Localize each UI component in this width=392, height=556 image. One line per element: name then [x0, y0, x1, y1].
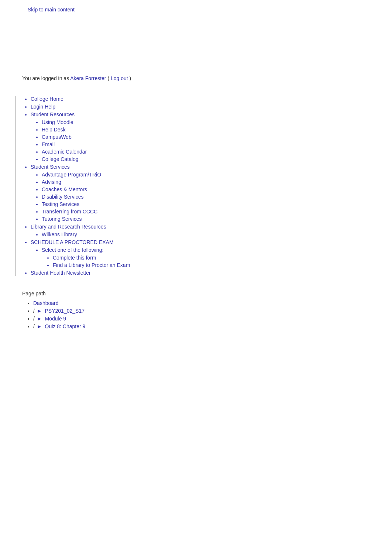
student-services-submenu: Advantage Program/TRiO Advising Coaches … [31, 172, 392, 222]
wilkens-library-link[interactable]: Wilkens Library [42, 231, 77, 237]
nav-item-help-desk: Help Desk [42, 127, 392, 133]
tutoring-services-link[interactable]: Tutoring Services [42, 216, 82, 222]
nav-item-college-home: College Home [31, 96, 392, 102]
nav-item-library: Library and Research Resources Wilkens L… [31, 224, 392, 237]
using-moodle-link[interactable]: Using Moodle [42, 119, 73, 125]
select-following-submenu: Complete this form Find a Library to Pro… [42, 255, 392, 268]
main-navigation: College Home Login Help Student Resource… [15, 96, 392, 276]
nav-item-tutoring-services: Tutoring Services [42, 216, 392, 222]
paren-open: ( [107, 75, 109, 81]
nav-item-testing-services: Testing Services [42, 201, 392, 207]
nav-item-schedule-exam: SCHEDULE A PROCTORED EXAM Select one of … [31, 239, 392, 268]
nav-item-complete-form: Complete this form [53, 255, 392, 261]
library-submenu: Wilkens Library [31, 231, 392, 237]
coaches-mentors-link[interactable]: Coaches & Mentors [42, 186, 87, 192]
testing-services-link[interactable]: Testing Services [42, 201, 79, 207]
complete-form-link[interactable]: Complete this form [53, 255, 96, 261]
nav-item-student-resources: Student Resources Using Moodle Help Desk… [31, 111, 392, 162]
nav-item-login-help: Login Help [31, 104, 392, 110]
select-following-link[interactable]: Select one of the following: [42, 247, 103, 253]
login-help-link[interactable]: Login Help [31, 104, 55, 110]
library-link[interactable]: Library and Research Resources [31, 224, 106, 230]
nav-item-coaches-mentors: Coaches & Mentors [42, 186, 392, 192]
module9-link[interactable]: Module 9 [45, 316, 66, 322]
email-link[interactable]: Email [42, 141, 55, 147]
nav-item-select-following: Select one of the following: Complete th… [42, 247, 392, 268]
path-separator-1: / [33, 308, 36, 314]
nav-item-academic-calendar: Academic Calendar [42, 149, 392, 155]
page-path-quiz8: / ► Quiz 8: Chapter 9 [33, 323, 392, 329]
help-desk-link[interactable]: Help Desk [42, 127, 66, 133]
path-separator-3: / [33, 323, 36, 329]
advising-link[interactable]: Advising [42, 179, 61, 185]
find-library-proctor-link[interactable]: Find a Library to Proctor an Exam [53, 262, 130, 268]
student-resources-link[interactable]: Student Resources [31, 111, 75, 117]
campusweb-link[interactable]: CampusWeb [42, 134, 72, 140]
schedule-exam-link[interactable]: SCHEDULE A PROCTORED EXAM [31, 239, 114, 245]
arrow-3: ► [37, 323, 42, 329]
arrow-2: ► [37, 316, 42, 322]
nav-item-student-services: Student Services Advantage Program/TRiO … [31, 164, 392, 222]
nav-item-email: Email [42, 141, 392, 147]
disability-services-link[interactable]: Disability Services [42, 194, 84, 200]
paren-close: ) [130, 75, 131, 81]
user-name-link[interactable]: Akera Forrester [70, 75, 106, 81]
page-path-dashboard: Dashboard [33, 300, 392, 306]
page-path-section: Page path Dashboard / ► PSY201_02_S17 / … [22, 291, 392, 329]
psy201-link[interactable]: PSY201_02_S17 [45, 308, 85, 314]
student-health-newsletter-link[interactable]: Student Health Newsletter [31, 270, 91, 276]
transferring-link[interactable]: Transferring from CCCC [42, 209, 97, 214]
logout-link[interactable]: Log out [111, 75, 128, 81]
nav-item-disability-services: Disability Services [42, 194, 392, 200]
page-path-psy201: / ► PSY201_02_S17 [33, 308, 392, 314]
page-path-heading: Page path [22, 291, 392, 296]
student-resources-submenu: Using Moodle Help Desk CampusWeb Email A… [31, 119, 392, 162]
nav-item-campusweb: CampusWeb [42, 134, 392, 140]
nav-level1-list: College Home Login Help Student Resource… [23, 96, 392, 276]
student-services-link[interactable]: Student Services [31, 164, 70, 170]
arrow-1: ► [37, 308, 42, 314]
page-path-module9: / ► Module 9 [33, 316, 392, 322]
quiz8-link[interactable]: Quiz 8: Chapter 9 [45, 323, 86, 329]
page-path-list: Dashboard / ► PSY201_02_S17 / ► Module 9… [22, 300, 392, 329]
logged-in-prefix: You are logged in as [22, 75, 69, 81]
nav-item-advantage-program: Advantage Program/TRiO [42, 172, 392, 178]
college-home-link[interactable]: College Home [31, 96, 63, 102]
path-separator-2: / [33, 316, 36, 322]
nav-item-using-moodle: Using Moodle [42, 119, 392, 125]
nav-item-student-health-newsletter: Student Health Newsletter [31, 270, 392, 276]
nav-item-find-library-proctor: Find a Library to Proctor an Exam [53, 262, 392, 268]
nav-item-college-catalog: College Catalog [42, 156, 392, 162]
nav-item-transferring: Transferring from CCCC [42, 209, 392, 214]
schedule-exam-submenu: Select one of the following: Complete th… [31, 247, 392, 268]
academic-calendar-link[interactable]: Academic Calendar [42, 149, 87, 155]
nav-item-wilkens-library: Wilkens Library [42, 231, 392, 237]
advantage-program-link[interactable]: Advantage Program/TRiO [42, 172, 101, 178]
skip-to-main-content-link[interactable]: Skip to main content [22, 3, 392, 16]
logged-in-bar: You are logged in as Akera Forrester ( L… [22, 75, 392, 81]
college-catalog-link[interactable]: College Catalog [42, 156, 79, 162]
dashboard-link[interactable]: Dashboard [33, 300, 59, 306]
nav-item-advising: Advising [42, 179, 392, 185]
